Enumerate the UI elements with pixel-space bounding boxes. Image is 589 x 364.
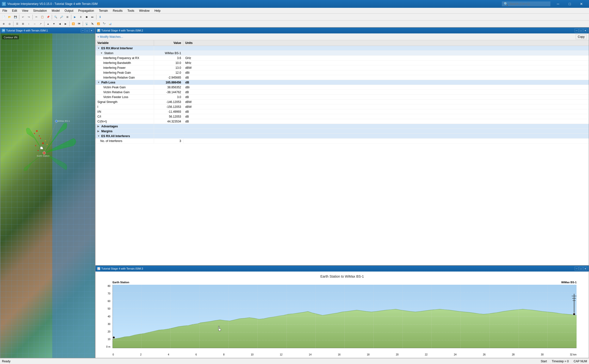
data-minimize-btn[interactable]: ─ xyxy=(575,29,579,32)
expand-icon-advantages[interactable]: ▶ xyxy=(97,125,100,128)
tb2-14[interactable]: 📡 xyxy=(84,21,89,27)
tb-zoom-fit[interactable]: ⊞ xyxy=(65,14,70,20)
tb-pause[interactable]: ⏸ xyxy=(78,14,83,20)
tb2-4[interactable]: ⊞ xyxy=(20,21,26,27)
tb2-12[interactable]: 🔀 xyxy=(71,21,76,27)
chart-close-btn[interactable]: ✕ xyxy=(583,267,587,271)
menu-simulation[interactable]: Simulation xyxy=(31,8,49,14)
x-label-12: 12 xyxy=(280,353,282,356)
tb2-16[interactable]: 📶 xyxy=(96,21,101,27)
row-c-n-i[interactable]: C/(N+I) 44.323534 dB xyxy=(95,119,589,124)
map-minimize-btn[interactable]: ─ xyxy=(81,29,85,32)
tb-copy[interactable]: 📋 xyxy=(40,14,45,20)
close-button[interactable]: ✕ xyxy=(576,0,587,8)
row-path-loss[interactable]: ▼ Path Loss 165.886456 dB xyxy=(95,80,589,85)
expand-icon-es-rx-all[interactable]: ▼ xyxy=(97,135,100,137)
row-vic-rel-gain[interactable]: Victim Relative Gain -38.144762 dB xyxy=(95,90,589,95)
tb2-17[interactable]: 🔭 xyxy=(102,21,107,27)
y-label-60: 60 xyxy=(108,300,110,303)
tb-zoom-out[interactable]: 🔎 xyxy=(59,14,64,20)
tb-redo[interactable]: ↪ xyxy=(26,14,31,20)
menu-model[interactable]: Model xyxy=(49,8,62,14)
cell-var-int-peak-gain: Interfering Peak Gain xyxy=(95,71,154,75)
tb2-8[interactable]: ▲ xyxy=(45,21,51,27)
row-signal-strength[interactable]: Signal Strength -146.12053 dBW xyxy=(95,100,589,104)
tb2-11[interactable]: ▶ xyxy=(63,21,68,27)
tb2-13[interactable]: 🗺 xyxy=(76,21,82,27)
menu-results[interactable]: Results xyxy=(110,8,125,14)
chart-area: Earth Station WiMax BS-1 80 70 60 50 40 … xyxy=(95,280,589,358)
tb2-5[interactable]: ↕ xyxy=(26,21,31,27)
row-c-i[interactable]: C/I 56.12053 dB xyxy=(95,114,589,119)
cell-unit-no-interferers xyxy=(183,141,203,142)
row-int-power[interactable]: Interfering Power 13.0 dBW xyxy=(95,65,589,70)
tb2-18[interactable]: 📊 xyxy=(107,21,113,27)
chart-panel-title: Tutorial Stage 4 with Terrain.ISIM:3 xyxy=(101,267,143,270)
y-label-0: 0 m xyxy=(106,345,110,348)
tb-paste[interactable]: 📌 xyxy=(45,14,51,20)
tb2-2[interactable]: ◎ xyxy=(7,21,12,27)
map-close-btn[interactable]: ✕ xyxy=(90,29,93,32)
tb2-3[interactable]: ☰ xyxy=(14,21,20,27)
row-es-rx-all[interactable]: ▼ ES RX.All Interferers xyxy=(95,134,589,139)
data-close-btn[interactable]: ✕ xyxy=(583,29,587,32)
tb-save[interactable]: 💾 xyxy=(13,14,18,20)
row-int-peak-gain[interactable]: Interfering Peak Gain 12.0 dBi xyxy=(95,70,589,75)
tb-zoom-in[interactable]: 🔍 xyxy=(53,14,58,20)
row-i-n[interactable]: I/N -11.49993 dB xyxy=(95,109,589,114)
copy-button[interactable]: Copy xyxy=(576,34,587,39)
tb-open[interactable]: 📂 xyxy=(7,14,12,20)
menu-output[interactable]: Output xyxy=(62,8,76,14)
map-maximize-btn[interactable]: □ xyxy=(85,29,89,32)
tb2-9[interactable]: ▼ xyxy=(51,21,57,27)
tb-info[interactable]: ℹ xyxy=(97,14,103,20)
tb2-10[interactable]: ◀ xyxy=(57,21,62,27)
row-margins[interactable]: ▶ Margins xyxy=(95,129,589,134)
cell-var-vic-peak-gain: Victim Peak Gain xyxy=(95,85,154,90)
data-maximize-btn[interactable]: □ xyxy=(579,29,583,32)
tb2-1[interactable]: ⊕ xyxy=(1,21,6,27)
chart-minimize-btn[interactable]: ─ xyxy=(575,267,579,271)
row-advantages[interactable]: ▶ Advantages xyxy=(95,124,589,129)
modify-watches-btn[interactable]: + Modify Watches... xyxy=(97,35,123,39)
search-input[interactable] xyxy=(509,2,548,6)
tb2-15[interactable]: 🛰 xyxy=(90,21,95,27)
row-int-bw[interactable]: Interfering Bandwidth 10.0 MHz xyxy=(95,61,589,65)
minimize-button[interactable]: ─ xyxy=(552,0,564,8)
chart-panel-icon: 📈 xyxy=(97,267,100,270)
tb-step[interactable]: ⏭ xyxy=(90,14,95,20)
tb-stop[interactable]: ⏹ xyxy=(84,14,89,20)
tb-cut[interactable]: ✂ xyxy=(34,14,39,20)
chart-maximize-btn[interactable]: □ xyxy=(579,267,583,271)
menu-terrain[interactable]: Terrain xyxy=(96,8,110,14)
row-vic-feeder-loss[interactable]: Victim Feeder Loss 3.0 dB xyxy=(95,95,589,100)
row-vic-peak-gain[interactable]: Victim Peak Gain 38.856352 dBi xyxy=(95,85,589,90)
row-int-freq[interactable]: Interfering Frequency at RX 3.6 GHz xyxy=(95,56,589,61)
expand-icon-path-loss[interactable]: ▼ xyxy=(97,81,100,84)
menu-view[interactable]: View xyxy=(20,8,31,14)
menu-help[interactable]: Help xyxy=(152,8,163,14)
tb2-7[interactable]: ↗ xyxy=(38,21,43,27)
menu-edit[interactable]: Edit xyxy=(10,8,20,14)
tb-run[interactable]: ▶ xyxy=(72,14,78,20)
row-int-rel-gain[interactable]: Interfering Relative Gain -2.945665 dB xyxy=(95,75,589,80)
menu-file[interactable]: File xyxy=(0,8,10,14)
expand-icon-margins[interactable]: ▶ xyxy=(97,130,100,132)
menu-window[interactable]: Window xyxy=(137,8,152,14)
tb-undo[interactable]: ↩ xyxy=(20,14,26,20)
row-es-rx-worst[interactable]: ▼ ES RX.Worst Interferer xyxy=(95,46,589,51)
expand-icon-es-rx-worst[interactable]: ▼ xyxy=(97,47,100,50)
tb2-6[interactable]: ↔ xyxy=(32,21,37,27)
menu-propagation[interactable]: Propagation xyxy=(76,8,97,14)
y-label-70: 70 xyxy=(108,292,110,295)
menu-tools[interactable]: Tools xyxy=(125,8,137,14)
tb-new[interactable]: 📄 xyxy=(1,14,6,20)
maximize-button[interactable]: □ xyxy=(564,0,575,8)
row-station-group[interactable]: ▼ Station WiMax BS-1 xyxy=(95,51,589,56)
map-terrain[interactable]: Contour I/N Ea xyxy=(0,33,95,358)
row-i[interactable]: I -156.12053 dBW xyxy=(95,104,589,109)
y-label-10: 10 xyxy=(108,338,110,341)
expand-icon-station[interactable]: ▼ xyxy=(100,52,103,54)
x-axis: 0 2 4 6 8 10 12 14 16 18 20 22 24 26 28 … xyxy=(113,353,577,356)
row-no-interferers[interactable]: No. of Interferers 3 xyxy=(95,139,589,143)
